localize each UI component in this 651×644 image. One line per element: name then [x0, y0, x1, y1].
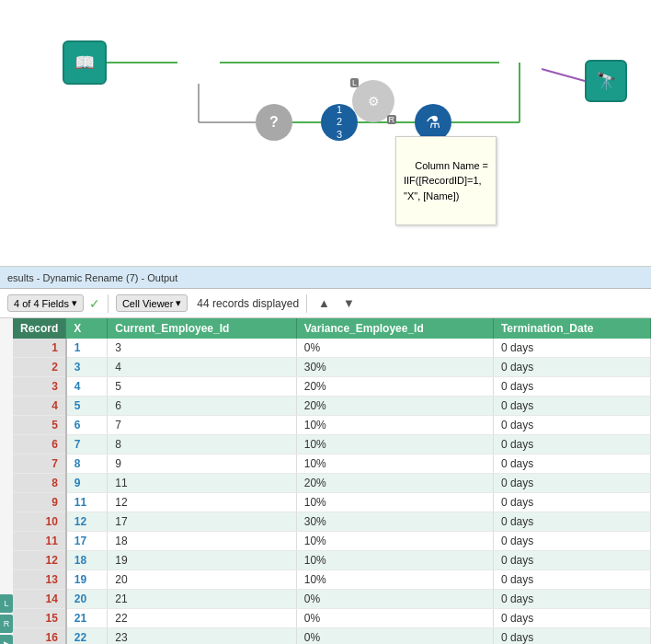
table-cell: 3: [13, 377, 66, 397]
number-icon: 123: [337, 104, 342, 141]
table-row: 9111210%0 days: [13, 493, 651, 512]
table-cell: 13: [13, 570, 66, 590]
table-cell: 4: [108, 358, 296, 377]
table-cell: 5: [66, 397, 108, 416]
table-row: 1130%0 days: [13, 339, 651, 358]
table-cell: 19: [108, 551, 296, 570]
table-cell: 14: [13, 590, 66, 609]
table-cell: 0 days: [493, 570, 650, 590]
table-cell: 23: [108, 628, 296, 645]
table-row: 1622230%0 days: [13, 628, 651, 645]
table-cell: 9: [13, 493, 66, 512]
table-row: 78910%0 days: [13, 454, 651, 474]
table-row: 13192010%0 days: [13, 570, 651, 590]
table-header-row: Record X Current_Employee_Id Variance_Em…: [13, 318, 651, 339]
formula-line1: Column Name =: [415, 160, 488, 171]
table-row: 67810%0 days: [13, 435, 651, 454]
table-cell: 0 days: [493, 590, 650, 609]
table-cell: 0 days: [493, 551, 650, 570]
node-unknown[interactable]: ?: [256, 104, 292, 141]
table-cell: 10%: [296, 570, 493, 590]
side-tab-l[interactable]: L: [0, 594, 13, 613]
table-cell: 21: [108, 590, 296, 609]
table-cell: 10%: [296, 551, 493, 570]
table-row: 56710%0 days: [13, 416, 651, 435]
table-cell: 20: [108, 570, 296, 590]
svg-line-2: [542, 69, 585, 81]
table-cell: 6: [13, 435, 66, 454]
node-input[interactable]: 📖: [63, 40, 107, 85]
table-cell: 0 days: [493, 339, 650, 358]
node-formula[interactable]: ⚗: [415, 104, 451, 141]
table-cell: 20: [66, 590, 108, 609]
col-x: X: [66, 318, 108, 339]
viewer-label: Cell Viewer: [122, 298, 173, 309]
table-cell: 22: [66, 628, 108, 645]
table-cell: 12: [66, 512, 108, 532]
table-cell: 9: [66, 474, 108, 493]
table-cell: 8: [108, 435, 296, 454]
table-cell: 30%: [296, 358, 493, 377]
question-icon: ?: [269, 114, 279, 131]
node-browse[interactable]: 🔭: [585, 60, 627, 102]
side-tab-arrow[interactable]: ▶: [0, 635, 13, 644]
table-cell: 7: [66, 435, 108, 454]
viewer-dropdown-icon: ▾: [176, 297, 181, 309]
table-cell: 0 days: [493, 493, 650, 512]
table-cell: 20%: [296, 474, 493, 493]
table-cell: 7: [13, 454, 66, 474]
table-row: 45620%0 days: [13, 397, 651, 416]
formula-line3: "X", [Name]): [404, 190, 459, 201]
table-cell: 20%: [296, 397, 493, 416]
table-cell: 6: [108, 397, 296, 416]
table-cell: 18: [66, 551, 108, 570]
table-cell: 16: [13, 628, 66, 645]
viewer-button[interactable]: Cell Viewer ▾: [116, 294, 188, 312]
table-cell: 2: [13, 358, 66, 377]
table-cell: 0 days: [493, 435, 650, 454]
node-transform1[interactable]: ⚙ L R: [352, 80, 394, 122]
table-cell: 17: [66, 532, 108, 551]
toolbar: 4 of 4 Fields ▾ ✓ Cell Viewer ▾ 44 recor…: [0, 289, 651, 318]
fields-label: 4 of 4 Fields: [14, 298, 69, 309]
table-cell: 6: [66, 416, 108, 435]
results-header: esults - Dynamic Rename (7) - Output: [0, 267, 651, 289]
formula-tooltip: Column Name = IIF([RecordID]=1, "X", [Na…: [395, 136, 497, 225]
formula-line2: IIF([RecordID]=1,: [404, 175, 482, 186]
table-cell: 0 days: [493, 532, 650, 551]
table-cell: 1: [66, 339, 108, 358]
node-number[interactable]: 123: [321, 104, 358, 141]
table-cell: 22: [108, 609, 296, 628]
table-cell: 4: [66, 377, 108, 397]
scroll-down-button[interactable]: ▼: [339, 294, 359, 312]
table-cell: 0 days: [493, 609, 650, 628]
table-row: 10121730%0 days: [13, 512, 651, 532]
table-row: 23430%0 days: [13, 358, 651, 377]
table-cell: 0 days: [493, 628, 650, 645]
table-cell: 10%: [296, 532, 493, 551]
data-table: Record X Current_Employee_Id Variance_Em…: [13, 318, 651, 644]
table-cell: 0 days: [493, 454, 650, 474]
divider1: [108, 294, 108, 313]
scroll-up-button[interactable]: ▲: [314, 294, 334, 312]
table-cell: 12: [13, 551, 66, 570]
records-count: 44 records displayed: [197, 297, 299, 310]
workflow-canvas: 📖 ⚙ L R ⚙ L R 🔭 ? 123 ⚗ Column Name = II…: [0, 0, 651, 267]
col-current-employee-id: Current_Employee_Id: [108, 318, 296, 339]
table-cell: 15: [13, 609, 66, 628]
label-l-transform1: L: [350, 78, 359, 87]
table-cell: 17: [108, 512, 296, 532]
fields-button[interactable]: 4 of 4 Fields ▾: [7, 294, 84, 312]
transform1-icon: ⚙: [368, 94, 380, 109]
table-cell: 5: [13, 416, 66, 435]
table-cell: 11: [13, 532, 66, 551]
table-cell: 20%: [296, 377, 493, 397]
side-tab-r[interactable]: R: [0, 615, 13, 633]
table-cell: 0 days: [493, 474, 650, 493]
node-transform1-wrapper: ⚙ L R: [175, 39, 217, 81]
col-record: Record: [13, 318, 66, 339]
table-cell: 0%: [296, 628, 493, 645]
table-row: 891120%0 days: [13, 474, 651, 493]
data-table-wrapper[interactable]: Record X Current_Employee_Id Variance_Em…: [13, 318, 651, 644]
table-cell: 0%: [296, 590, 493, 609]
